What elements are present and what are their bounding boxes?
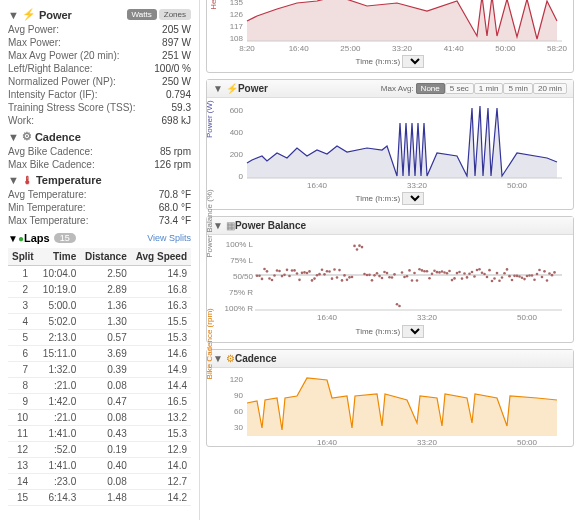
hr-ylabel: Heart Rate	[209, 0, 218, 10]
stat-label: Normalized Power (NP):	[8, 76, 162, 87]
svg-point-98	[433, 269, 436, 272]
svg-point-71	[366, 274, 369, 277]
svg-point-65	[351, 276, 354, 279]
table-header[interactable]: Split	[8, 248, 38, 266]
svg-point-105	[451, 279, 454, 282]
svg-point-80	[388, 276, 391, 279]
svg-point-99	[436, 271, 439, 274]
max-avg-controls: Max Avg: None5 sec1 min5 min20 min	[381, 84, 567, 93]
svg-point-125	[501, 276, 504, 279]
time-unit-select[interactable]	[402, 192, 424, 205]
table-row[interactable]: 8:21.00.0814.4	[8, 378, 191, 394]
svg-point-144	[548, 272, 551, 275]
svg-text:16:40: 16:40	[307, 181, 328, 190]
svg-point-49	[311, 279, 314, 282]
power-ylabel: Power (W)	[205, 100, 214, 138]
time-unit-select[interactable]	[402, 55, 424, 68]
table-row[interactable]: 110:04.02.5014.9	[8, 266, 191, 282]
stat-label: Max Avg Power (20 min):	[8, 50, 162, 61]
table-row[interactable]: 14:23.00.0812.7	[8, 474, 191, 490]
charts-area: Heart Rate 144135126117108 8:2016:4025:0…	[200, 0, 580, 520]
watts-tab[interactable]: Watts	[127, 9, 157, 20]
table-row[interactable]: 52:13.00.5715.3	[8, 330, 191, 346]
table-row[interactable]: 12:52.00.1912.9	[8, 442, 191, 458]
table-row[interactable]: 10:21.00.0813.2	[8, 410, 191, 426]
stat-row: Training Stress Score (TSS):59.3	[8, 102, 191, 113]
collapse-icon[interactable]: ▼	[213, 83, 223, 94]
svg-text:75% R: 75% R	[229, 288, 253, 297]
svg-text:60: 60	[234, 407, 243, 416]
svg-text:100% L: 100% L	[226, 240, 254, 249]
svg-point-81	[391, 276, 394, 279]
collapse-icon[interactable]: ▼	[213, 353, 223, 364]
svg-point-59	[336, 276, 339, 279]
table-row[interactable]: 615:11.03.6914.6	[8, 346, 191, 362]
svg-point-120	[488, 269, 491, 272]
svg-point-53	[321, 268, 324, 271]
table-row[interactable]: 35:00.01.3616.3	[8, 298, 191, 314]
table-row[interactable]: 131:41.00.4014.0	[8, 458, 191, 474]
svg-text:16:40: 16:40	[289, 44, 310, 53]
stat-label: Intensity Factor (IF):	[8, 89, 166, 100]
collapse-icon[interactable]: ▼	[8, 174, 19, 186]
table-row[interactable]: 111:41.00.4315.3	[8, 426, 191, 442]
table-header[interactable]: Distance	[80, 248, 131, 266]
laps-header: ▼ ● Laps 15 View Splits	[8, 232, 191, 244]
stat-value: 251 W	[162, 50, 191, 61]
zones-tab[interactable]: Zones	[159, 9, 191, 20]
svg-point-72	[368, 274, 371, 277]
svg-point-58	[333, 268, 336, 271]
power-balance-chart: 100% L75% L50/5075% R100% R 16:4033:2050…	[207, 235, 567, 323]
svg-point-56	[328, 270, 331, 273]
svg-point-84	[398, 305, 401, 308]
view-splits-link[interactable]: View Splits	[147, 233, 191, 243]
laps-title: Laps	[24, 232, 50, 244]
max-avg-button[interactable]: 1 min	[474, 83, 504, 94]
svg-point-83	[396, 303, 399, 306]
stat-row: Avg Temperature:70.8 °F	[8, 189, 191, 200]
table-row[interactable]: 91:42.00.4716.5	[8, 394, 191, 410]
svg-point-106	[453, 277, 456, 280]
collapse-icon[interactable]: ▼	[8, 233, 18, 244]
stat-label: Max Temperature:	[8, 215, 159, 226]
time-unit-select[interactable]	[402, 325, 424, 338]
svg-point-29	[261, 278, 264, 281]
svg-text:33:20: 33:20	[392, 44, 413, 53]
max-avg-button[interactable]: None	[416, 83, 445, 94]
svg-point-52	[318, 273, 321, 276]
power-chart-title: Power	[238, 83, 268, 94]
table-header[interactable]: Avg Speed	[131, 248, 191, 266]
svg-point-89	[411, 279, 414, 282]
table-row[interactable]: 210:19.02.8916.8	[8, 282, 191, 298]
svg-point-40	[288, 275, 291, 278]
svg-point-117	[481, 271, 484, 274]
svg-point-48	[308, 270, 311, 273]
svg-point-63	[346, 278, 349, 281]
table-row[interactable]: 45:02.01.3015.5	[8, 314, 191, 330]
svg-text:16:40: 16:40	[317, 313, 338, 322]
max-avg-button[interactable]: 5 sec	[445, 83, 474, 94]
svg-point-45	[301, 272, 304, 275]
collapse-icon[interactable]: ▼	[8, 9, 19, 21]
svg-point-111	[466, 276, 469, 279]
svg-point-104	[448, 270, 451, 273]
cadence-section-header: ▼ ⚙ Cadence	[8, 130, 191, 143]
power-chart-panel: ▼ ⚡ Power Max Avg: None5 sec1 min5 min20…	[206, 79, 574, 210]
svg-point-108	[458, 271, 461, 274]
max-avg-button[interactable]: 5 min	[503, 83, 533, 94]
table-row[interactable]: 156:14.31.4814.2	[8, 490, 191, 506]
svg-point-79	[386, 272, 389, 275]
heart-rate-chart-panel: Heart Rate 144135126117108 8:2016:4025:0…	[206, 0, 574, 73]
svg-point-127	[506, 268, 509, 271]
table-row[interactable]: 71:32.00.3914.9	[8, 362, 191, 378]
collapse-icon[interactable]: ▼	[213, 220, 223, 231]
svg-point-67	[356, 248, 359, 251]
svg-point-129	[511, 279, 514, 282]
max-avg-button[interactable]: 20 min	[533, 83, 567, 94]
svg-point-116	[478, 268, 481, 271]
svg-point-138	[533, 278, 536, 281]
collapse-icon[interactable]: ▼	[8, 131, 19, 143]
table-header[interactable]: Time	[38, 248, 80, 266]
stat-value: 85 rpm	[160, 146, 191, 157]
balance-ylabel: Power Balance (%)	[205, 189, 214, 257]
